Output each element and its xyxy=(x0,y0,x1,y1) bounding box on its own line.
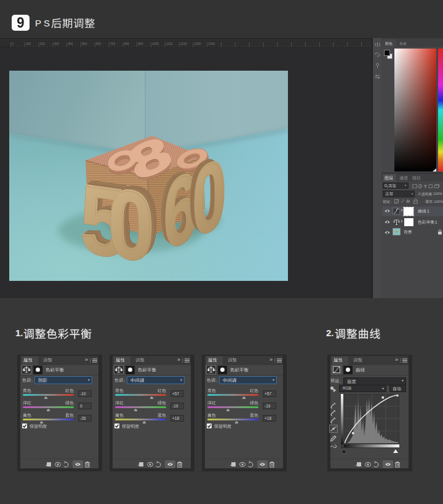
svg-text:1100: 1100 xyxy=(166,42,173,45)
svg-text:800: 800 xyxy=(124,42,129,45)
svg-text:900: 900 xyxy=(138,42,143,45)
svg-text:T: T xyxy=(424,184,427,189)
svg-text:0: 0 xyxy=(192,138,226,259)
svg-text:600: 600 xyxy=(96,42,102,45)
svg-text:400: 400 xyxy=(68,42,73,45)
svg-text:0: 0 xyxy=(107,168,153,281)
svg-text:700: 700 xyxy=(110,42,116,45)
svg-text:100: 100 xyxy=(26,42,31,45)
svg-text:200: 200 xyxy=(40,42,46,45)
svg-text:1300: 1300 xyxy=(194,42,201,45)
svg-text:1200: 1200 xyxy=(180,42,187,45)
svg-text:1400: 1400 xyxy=(208,42,215,45)
svg-text:500: 500 xyxy=(82,42,87,45)
svg-text:0: 0 xyxy=(12,42,14,45)
svg-text:1000: 1000 xyxy=(152,42,159,45)
svg-text:300: 300 xyxy=(54,42,59,45)
